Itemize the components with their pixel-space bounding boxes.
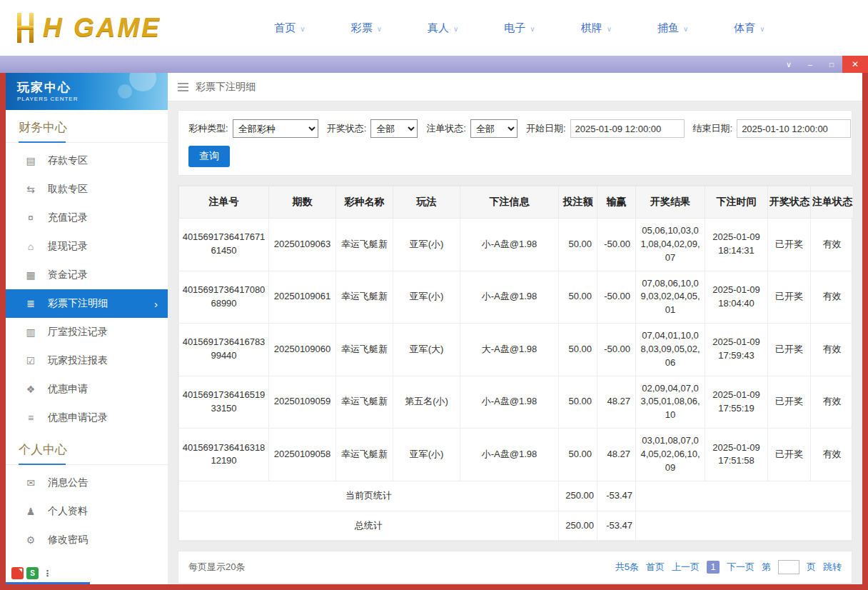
cell-win-loss: -50.00	[597, 219, 636, 271]
menu-icon[interactable]	[178, 83, 188, 91]
nav-item-label: 彩票	[351, 21, 373, 35]
start-date-input[interactable]	[570, 119, 685, 138]
sidebar-item-label: 资金记录	[48, 269, 88, 281]
pinned-app-icon-red[interactable]	[11, 567, 24, 579]
change-password-icon: ⚙	[24, 534, 37, 546]
chevron-down-icon: ∨	[530, 25, 535, 33]
column-header-play-type: 玩法	[393, 186, 460, 219]
cell-bet-info: 大-A盘@1.98	[460, 324, 559, 376]
cell-bet-amount: 50.00	[559, 219, 597, 271]
maximize-button[interactable]: □	[821, 56, 842, 73]
end-date-input[interactable]	[737, 119, 851, 138]
summary-empty	[636, 481, 854, 511]
logo-text: H GAME	[43, 13, 161, 43]
main-content: 彩票下注明细 彩种类型: 全部彩种 开奖状态: 全部	[168, 73, 862, 584]
query-button[interactable]: 查询	[188, 146, 230, 167]
cell-period: 20250109058	[269, 429, 336, 481]
filter-panel: 彩种类型: 全部彩种 开奖状态: 全部 注单状态: 全部	[178, 110, 852, 176]
promo-apply-icon: ❖	[24, 384, 37, 395]
content-area: 彩种类型: 全部彩种 开奖状态: 全部 注单状态: 全部	[168, 101, 862, 584]
cell-bet-info: 小-A盘@1.98	[460, 429, 559, 481]
chevron-down-icon: ∨	[300, 25, 305, 33]
table-row: 40156917364170806899020250109061幸运飞艇新亚军(…	[179, 271, 854, 324]
cell-lottery-name: 幸运飞艇新	[336, 324, 393, 376]
sidebar-item-0-7[interactable]: ☑玩家投注报表	[6, 346, 168, 375]
cell-bet-info: 小-A盘@1.98	[460, 271, 559, 324]
jump-page-input[interactable]	[778, 560, 799, 574]
column-header-draw-status: 开奖状态	[768, 186, 811, 219]
cell-draw-status: 已开奖	[768, 271, 811, 324]
sidebar-item-label: 存款专区	[48, 154, 88, 167]
pinned-app-icon-green[interactable]: S	[26, 567, 39, 579]
minimize-button[interactable]: –	[799, 56, 821, 73]
summary-bet-amount: 250.00	[559, 511, 597, 541]
nav-item-label: 电子	[504, 21, 525, 35]
nav-item-label: 棋牌	[581, 21, 602, 35]
sidebar-item-0-5[interactable]: ≣彩票下注明细›	[6, 289, 168, 318]
sidebar-item-1-2[interactable]: ⚙修改密码	[6, 526, 168, 554]
end-date-label: 结束日期:	[693, 122, 733, 135]
draw-status-select[interactable]: 全部	[370, 119, 418, 138]
nav-item-1[interactable]: 彩票∨	[351, 21, 382, 35]
cell-bet-id: 401569173641767161450	[179, 219, 269, 271]
nav-item-0[interactable]: 首页∨	[274, 21, 305, 35]
bets-table-panel: 注单号期数彩种名称玩法下注信息投注额输赢开奖结果下注时间开奖状态注单状态4015…	[178, 185, 852, 541]
cell-period: 20250109059	[269, 376, 336, 429]
sidebar-item-label: 玩家投注报表	[48, 354, 108, 367]
window-titlebar: ∨–□✕	[0, 56, 868, 73]
cell-lottery-name: 幸运飞艇新	[336, 429, 393, 481]
sidebar-item-0-0[interactable]: ▤存款专区	[6, 146, 168, 175]
nav-item-label: 真人	[428, 21, 449, 35]
next-page-link[interactable]: 下一页	[727, 561, 755, 574]
site-header: H GAME 首页∨彩票∨真人∨电子∨棋牌∨捕鱼∨体育∨	[0, 0, 868, 56]
first-page-link[interactable]: 首页	[646, 561, 665, 574]
column-header-bet-time: 下注时间	[705, 186, 768, 219]
cell-play-type: 第五名(小)	[393, 376, 460, 429]
nav-item-2[interactable]: 真人∨	[428, 21, 458, 35]
cell-bet-id: 401569173641651933150	[179, 376, 269, 429]
sidebar-item-label: 优惠申请	[48, 383, 88, 396]
lottery-type-select[interactable]: 全部彩种	[233, 119, 318, 138]
sidebar-item-label: 提现记录	[48, 240, 88, 253]
close-button[interactable]: ✕	[842, 56, 868, 73]
sidebar-item-label: 厅室投注记录	[48, 326, 108, 339]
site-logo[interactable]: H GAME	[16, 13, 230, 43]
sidebar-item-0-6[interactable]: ▥厅室投注记录	[6, 318, 168, 346]
funds-record-icon: ▦	[24, 269, 37, 281]
jump-button[interactable]: 跳转	[823, 561, 842, 574]
sidebar-item-0-2[interactable]: ¤充值记录	[6, 204, 168, 232]
deposit-icon: ▤	[24, 155, 37, 166]
cell-bet-status: 有效	[811, 429, 854, 481]
cell-period: 20250109060	[269, 324, 336, 376]
chevron-down-icon: ∨	[377, 25, 382, 33]
nav-item-label: 体育	[734, 21, 755, 35]
sidebar-item-1-0[interactable]: ✉消息公告	[6, 469, 168, 497]
nav-item-label: 捕鱼	[657, 21, 679, 35]
sidebar-item-0-3[interactable]: ⌂提现记录	[6, 232, 168, 261]
sidebar-item-0-9[interactable]: ≡优惠申请记录	[6, 404, 168, 432]
sidebar-item-0-1[interactable]: ⇆取款专区	[6, 175, 168, 204]
cell-play-type: 亚军(小)	[393, 429, 460, 481]
cell-draw-status: 已开奖	[768, 219, 811, 271]
page-title: 彩票下注明细	[196, 81, 256, 94]
sidebar-item-1-1[interactable]: ♟个人资料	[6, 497, 168, 526]
nav-item-6[interactable]: 体育∨	[734, 21, 764, 35]
pinned-more-icon[interactable]: ⋮	[41, 567, 54, 579]
sidebar-item-0-8[interactable]: ❖优惠申请	[6, 375, 168, 404]
column-header-lottery-name: 彩种名称	[336, 186, 393, 219]
prev-page-link[interactable]: 上一页	[672, 561, 700, 574]
cell-draw-result: 05,06,10,03,01,08,04,02,09,07	[636, 219, 705, 271]
page-titlebar: 彩票下注明细	[168, 73, 862, 101]
table-row: 40156917364167839944020250109060幸运飞艇新亚军(…	[179, 324, 854, 376]
cell-win-loss: 48.27	[597, 376, 636, 429]
collapse-button[interactable]: ∨	[778, 56, 799, 73]
nav-item-3[interactable]: 电子∨	[504, 21, 535, 35]
draw-status-label: 开奖状态:	[327, 122, 367, 135]
nav-item-4[interactable]: 棋牌∨	[581, 21, 612, 35]
current-page[interactable]: 1	[707, 561, 720, 574]
profile-icon: ♟	[24, 506, 37, 517]
sidebar-item-0-4[interactable]: ▦资金记录	[6, 261, 168, 289]
bet-status-select[interactable]: 全部	[470, 119, 518, 138]
summary-label: 总统计	[179, 511, 559, 541]
nav-item-5[interactable]: 捕鱼∨	[657, 21, 688, 35]
